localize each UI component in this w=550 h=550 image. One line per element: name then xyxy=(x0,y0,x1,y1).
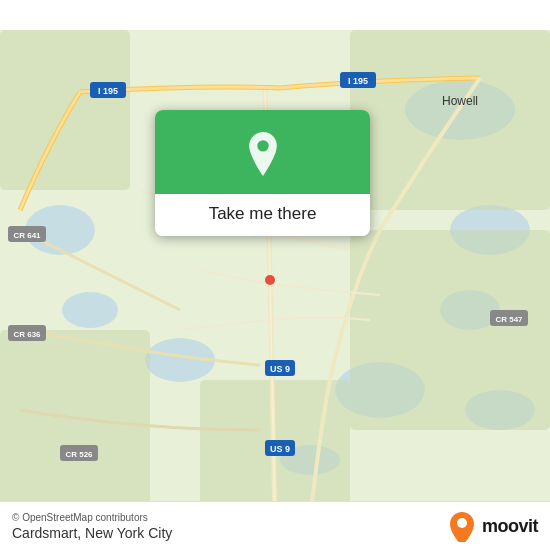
location-pin-icon xyxy=(241,132,285,176)
svg-text:US 9: US 9 xyxy=(270,444,290,454)
svg-point-33 xyxy=(257,140,268,151)
take-me-there-label: Take me there xyxy=(209,204,317,223)
moovit-icon xyxy=(446,510,478,542)
bottom-left-info: © OpenStreetMap contributors Cardsmart, … xyxy=(12,512,172,541)
svg-point-32 xyxy=(265,275,275,285)
svg-rect-10 xyxy=(0,30,130,190)
svg-text:CR 641: CR 641 xyxy=(13,231,41,240)
svg-point-5 xyxy=(62,292,118,328)
svg-text:I 195: I 195 xyxy=(98,86,118,96)
svg-rect-12 xyxy=(350,230,550,430)
bottom-bar: © OpenStreetMap contributors Cardsmart, … xyxy=(0,501,550,550)
moovit-text: moovit xyxy=(482,516,538,537)
map-container: I 195 I 195 CR 641 CR 636 US 9 US 9 CR 5… xyxy=(0,0,550,550)
svg-text:I 195: I 195 xyxy=(348,76,368,86)
svg-point-34 xyxy=(457,518,467,528)
map-background: I 195 I 195 CR 641 CR 636 US 9 US 9 CR 5… xyxy=(0,0,550,550)
moovit-logo: moovit xyxy=(446,510,538,542)
svg-text:CR 526: CR 526 xyxy=(65,450,93,459)
popup-card[interactable]: Take me there xyxy=(155,110,370,236)
svg-text:Howell: Howell xyxy=(442,94,478,108)
svg-text:CR 547: CR 547 xyxy=(495,315,523,324)
osm-attribution: © OpenStreetMap contributors xyxy=(12,512,172,523)
svg-text:CR 636: CR 636 xyxy=(13,330,41,339)
svg-text:US 9: US 9 xyxy=(270,364,290,374)
popup-green-section xyxy=(155,110,370,194)
popup-white-section: Take me there xyxy=(155,194,370,236)
location-name: Cardsmart, New York City xyxy=(12,525,172,541)
